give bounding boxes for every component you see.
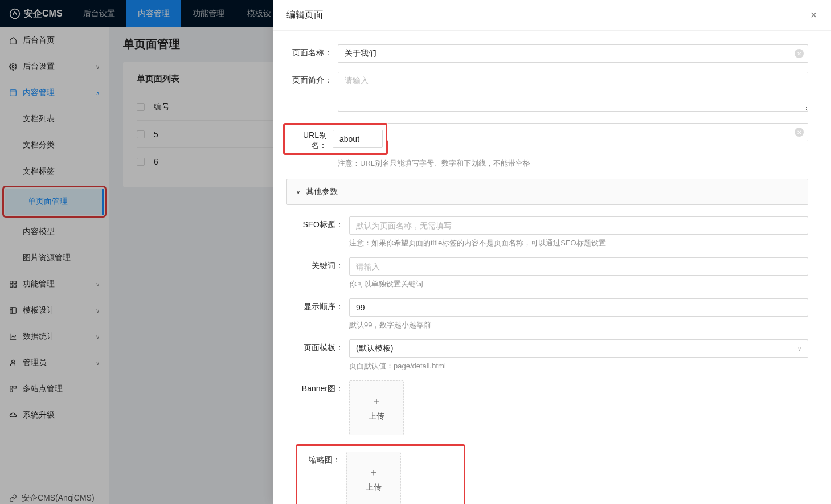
close-icon[interactable]: ✕ [810,10,817,21]
collapse-title: 其他参数 [306,187,338,197]
upload-banner[interactable]: ＋ 上传 [349,380,404,435]
label-page-intro: 页面简介： [286,72,338,114]
clear-icon[interactable]: ✕ [795,49,804,58]
drawer-header: 编辑页面 ✕ [273,0,831,31]
label-seo-title: SEO标题： [298,216,349,248]
select-template[interactable]: (默认模板) ∨ [349,339,808,358]
chevron-down-icon: ∨ [296,189,300,195]
label-template: 页面模板： [298,339,349,371]
hint-order: 默认99，数字越小越靠前 [349,320,808,330]
clear-icon[interactable]: ✕ [795,128,804,137]
label-thumb: 缩略图： [297,452,346,504]
label-url-alias: URL别名： [288,127,333,151]
input-seo-title[interactable] [349,216,808,235]
hint-template: 页面默认值：page/detail.html [349,361,808,371]
plus-icon: ＋ [369,465,379,479]
hint-keywords: 你可以单独设置关键词 [349,279,808,289]
drawer: 编辑页面 ✕ 页面名称： ✕ 页面简介： URL别名： ✕ [273,0,831,504]
chevron-down-icon: ∨ [797,346,801,352]
hint-seo-title: 注意：如果你希望页面的title标签的内容不是页面名称，可以通过SEO标题设置 [349,238,808,248]
drawer-body: 页面名称： ✕ 页面简介： URL别名： ✕ 注意：URL别名只能填写字母、数字… [273,31,831,504]
input-url-alias-ext[interactable] [387,123,808,141]
label-order: 显示顺序： [298,298,349,330]
drawer-title: 编辑页面 [286,9,323,21]
upload-label: 上传 [369,411,384,421]
hint-url-alias: 注意：URL别名只能填写字母、数字和下划线，不能带空格 [338,158,808,169]
upload-label: 上传 [366,482,382,493]
input-order[interactable] [349,298,808,317]
label-keywords: 关键词： [298,257,349,289]
textarea-page-intro[interactable] [338,72,808,112]
select-value: (默认模板) [356,343,393,354]
label-page-name: 页面名称： [286,44,338,63]
input-keywords[interactable] [349,257,808,276]
input-url-alias[interactable] [333,130,383,148]
label-banner: Banner图： [298,380,349,435]
plus-icon: ＋ [371,394,382,408]
input-page-name[interactable] [338,44,808,63]
collapse-other-params[interactable]: ∨ 其他参数 [286,179,808,205]
upload-thumb[interactable]: ＋ 上传 [346,452,401,504]
